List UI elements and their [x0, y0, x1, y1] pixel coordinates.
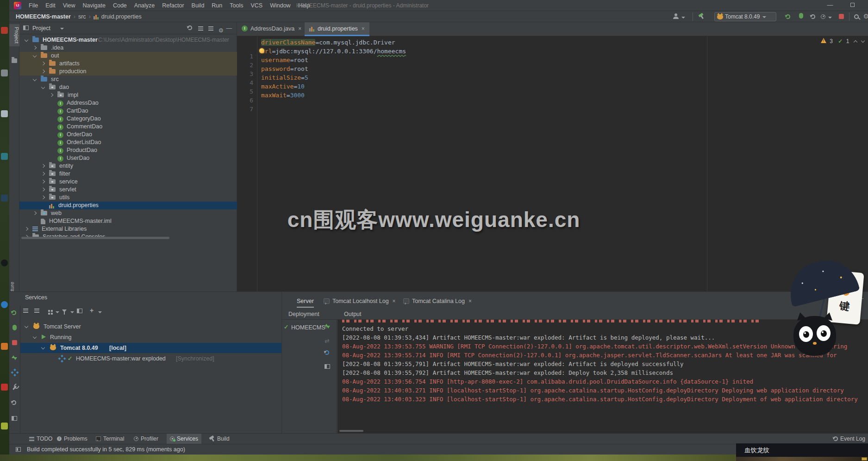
code-line[interactable]: maxActive=10 [261, 83, 305, 90]
menu-build[interactable]: Build [188, 0, 208, 11]
tree-row-utils[interactable]: utils [19, 194, 237, 202]
group-by-icon[interactable] [48, 310, 50, 312]
menu-vcs[interactable]: VCS [247, 0, 266, 11]
tree-row-filter[interactable]: filter [19, 170, 237, 178]
tab-tomcat-localhost-log[interactable]: Tomcat Localhost Log× [324, 296, 396, 308]
expand-all-icon[interactable] [23, 309, 28, 313]
tree-row-src[interactable]: src [19, 76, 237, 83]
tree-row-running[interactable]: Running [20, 332, 281, 342]
tab-tomcat-catalina-log[interactable]: Tomcat Catalina Log× [403, 296, 472, 308]
tab-problems[interactable]: Problems [54, 434, 91, 444]
tree-row-service[interactable]: service [19, 178, 237, 186]
tree-row-iml-file[interactable]: HOMEECMS-master.iml [19, 217, 237, 225]
redeploy-icon[interactable] [12, 355, 17, 360]
collapse-all-icon[interactable] [34, 309, 39, 313]
menu-run[interactable]: Run [208, 0, 226, 11]
tab-services[interactable]: Services [167, 434, 201, 444]
coverage-button[interactable] [811, 14, 815, 23]
menu-file[interactable]: File [25, 0, 42, 11]
tree-row-war-exploded[interactable]: ✓ HOMEECMS-master:war exploded[Synchroni… [20, 354, 281, 364]
code-line[interactable]: driverClassName=com.mysql.jdbc.Driver [261, 39, 395, 46]
layout-icon[interactable] [16, 447, 21, 452]
minimize-button[interactable]: — [820, 0, 840, 11]
settings-button[interactable]: ⚙ [863, 13, 868, 22]
output-horizontal-scrollbar[interactable] [339, 430, 363, 432]
project-horizontal-scrollbar[interactable] [21, 237, 169, 239]
debug-icon[interactable] [12, 325, 17, 330]
project-view-selector[interactable]: Project [32, 22, 50, 34]
close-icon[interactable]: × [362, 25, 365, 32]
tree-row-web[interactable]: web [19, 209, 237, 217]
add-service-icon[interactable]: + [90, 307, 94, 314]
code-line[interactable]: url=jdbc:mysql://127.0.0.1:3306/homeecms [261, 48, 406, 55]
run-button[interactable] [786, 14, 790, 23]
tab-todo[interactable]: TODO [26, 434, 56, 444]
menu-view[interactable]: View [59, 0, 79, 11]
menu-code[interactable]: Code [109, 0, 131, 11]
refresh-icon[interactable] [12, 400, 16, 405]
tab-addressdao-java[interactable]: AddressDao.java× [237, 22, 306, 36]
tab-terminal[interactable]: Terminal [93, 434, 127, 444]
filter-icon[interactable] [62, 309, 67, 312]
gear-icon[interactable]: ⚙ [219, 25, 224, 37]
search-everywhere-button[interactable] [854, 14, 859, 23]
update-resources-icon[interactable] [13, 371, 16, 374]
close-icon[interactable]: × [393, 298, 396, 304]
tab-druid-properties[interactable]: druid.properties× [305, 22, 369, 36]
edit-configuration-icon[interactable] [12, 385, 17, 390]
menu-analyze[interactable]: Analyze [131, 0, 158, 11]
tree-row-productdao[interactable]: ProductDao [19, 146, 237, 154]
code-line[interactable]: username=root [261, 57, 308, 63]
tree-row-production[interactable]: production [19, 68, 237, 76]
rerun-icon[interactable] [12, 310, 16, 315]
breadcrumb-project[interactable]: HOMEECMS-master [16, 13, 71, 20]
tree-row-tomcat-server[interactable]: Tomcat Server [20, 322, 281, 332]
refresh-deployment-icon[interactable] [325, 350, 329, 355]
tree-row-dao[interactable]: dao [19, 83, 237, 91]
profiler-button[interactable] [821, 14, 832, 23]
folder-icon[interactable] [12, 58, 17, 63]
code-line[interactable]: password=root [261, 65, 308, 72]
close-icon[interactable]: × [298, 25, 301, 32]
code-line[interactable]: maxWait=3000 [261, 92, 305, 99]
undeploy-icon[interactable]: ⇄ [325, 337, 329, 344]
tree-row-druid-properties[interactable]: druid.properties [19, 202, 237, 209]
inspection-widget[interactable]: 3 ✓ 1 [821, 38, 864, 44]
tree-row-addressdao[interactable]: AddressDao [19, 99, 237, 107]
deployment-settings-icon[interactable] [325, 364, 330, 369]
tree-row-artifacts[interactable]: artifacts [19, 60, 237, 68]
debug-button[interactable] [799, 13, 803, 23]
deploy-icon[interactable] [325, 323, 330, 329]
tree-row-impl[interactable]: impl [19, 91, 237, 99]
breadcrumb-file[interactable]: druid.properties [101, 13, 142, 20]
tree-row-userdao[interactable]: UserDao [19, 154, 237, 162]
tree-row-commentdao[interactable]: CommentDao [19, 123, 237, 131]
breadcrumb-src[interactable]: src [78, 13, 86, 20]
close-icon[interactable]: × [468, 298, 472, 304]
menu-refactor[interactable]: Refactor [158, 0, 187, 11]
code-line[interactable]: initialSize=5 [261, 74, 308, 81]
tree-row-external-libraries[interactable]: External Libraries [19, 225, 237, 233]
tree-row-idea[interactable]: .idea [19, 44, 237, 52]
build-project-button[interactable] [698, 13, 705, 22]
menu-edit[interactable]: Edit [42, 0, 59, 11]
tree-row-tomcat-8049[interactable]: Tomcat 8.0.49[local] [20, 343, 281, 353]
maximize-button[interactable] [842, 0, 862, 11]
tree-row-cartdao[interactable]: CartDao [19, 107, 237, 115]
show-services-icon[interactable] [77, 309, 82, 313]
menu-tools[interactable]: Tools [226, 0, 247, 11]
hide-panel-button[interactable]: — [226, 22, 232, 34]
menu-window[interactable]: Window [266, 0, 294, 11]
tree-row-entity[interactable]: entity [19, 162, 237, 170]
tree-row-out[interactable]: out [19, 52, 237, 60]
layout-icon[interactable] [12, 416, 17, 421]
locate-file-icon[interactable] [187, 25, 192, 30]
tree-row-project-root[interactable]: HOMEECMS-master C:\Users\Administrator\D… [19, 36, 237, 44]
deployment-item[interactable]: HOMEECMS-master:war exploded [291, 323, 326, 332]
tree-row-categorydao[interactable]: CategoryDao [19, 115, 237, 123]
menu-navigate[interactable]: Navigate [79, 0, 109, 11]
stop-icon[interactable] [12, 340, 17, 345]
chevron-down-icon[interactable] [25, 38, 28, 42]
tab-build[interactable]: Build [206, 434, 233, 444]
prev-problem-icon[interactable] [853, 40, 857, 44]
